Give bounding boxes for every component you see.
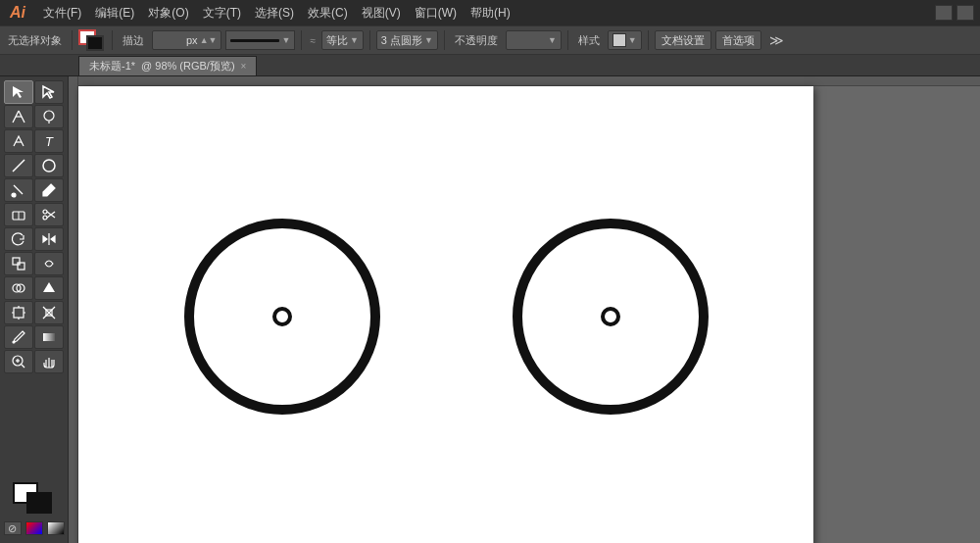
tool-row-10 bbox=[2, 301, 66, 324]
right-outer-circle[interactable] bbox=[513, 219, 709, 415]
svg-point-33 bbox=[13, 341, 15, 343]
opacity-input[interactable]: 100% bbox=[511, 34, 546, 46]
left-circle-group bbox=[184, 219, 380, 415]
rotate-tool[interactable] bbox=[4, 227, 33, 251]
live-paint-tool[interactable] bbox=[34, 276, 64, 300]
style-dropdown-icon[interactable]: ▼ bbox=[628, 35, 637, 45]
menu-view[interactable]: 视图(V) bbox=[356, 3, 407, 24]
eraser-tool[interactable] bbox=[4, 203, 33, 226]
lasso-tool[interactable] bbox=[34, 105, 64, 128]
left-outer-circle[interactable] bbox=[184, 219, 380, 415]
stroke-swatch[interactable] bbox=[26, 492, 52, 514]
svg-point-9 bbox=[12, 193, 16, 197]
point-dropdown-icon[interactable]: ▼ bbox=[424, 35, 433, 45]
tool-row-2 bbox=[2, 105, 66, 128]
aspect-ratio-control[interactable]: 等比 ▼ bbox=[321, 30, 364, 50]
menu-type[interactable]: 文字(T) bbox=[197, 3, 247, 24]
eyedropper-tool[interactable] bbox=[4, 325, 33, 349]
horizontal-ruler bbox=[69, 76, 980, 86]
preferences-icon[interactable]: ≫ bbox=[769, 32, 784, 48]
tool-row-4 bbox=[2, 154, 66, 177]
menu-object[interactable]: 对象(O) bbox=[142, 3, 194, 24]
stroke-stepper-icon[interactable]: ▲▼ bbox=[200, 35, 218, 45]
opacity-dropdown-icon[interactable]: ▼ bbox=[548, 35, 557, 45]
svg-rect-25 bbox=[14, 308, 24, 318]
artboard-content bbox=[78, 86, 813, 543]
select-tool[interactable] bbox=[4, 80, 33, 104]
tool-row-8 bbox=[2, 252, 66, 275]
tab-close-button[interactable]: × bbox=[241, 61, 247, 72]
point-type-control[interactable]: 3 点圆形 ▼ bbox=[376, 30, 438, 50]
tool-row-6 bbox=[2, 203, 66, 226]
point-type-label: 3 点圆形 bbox=[381, 33, 422, 48]
svg-point-8 bbox=[43, 160, 55, 172]
title-bar: Ai 文件(F) 编辑(E) 对象(O) 文字(T) 选择(S) 效果(C) 视… bbox=[0, 0, 980, 25]
stroke-style-control[interactable]: ▼ bbox=[225, 30, 295, 50]
reflect-tool[interactable] bbox=[34, 227, 64, 251]
artboard-tool[interactable] bbox=[4, 301, 33, 324]
shape-builder-tool[interactable] bbox=[4, 276, 33, 300]
stroke-unit-label: px bbox=[186, 34, 198, 46]
pen-tool[interactable] bbox=[4, 129, 33, 153]
magic-wand-tool[interactable] bbox=[4, 105, 33, 128]
warp-tool[interactable] bbox=[34, 252, 64, 275]
preferences-button[interactable]: 首选项 bbox=[715, 30, 761, 50]
svg-marker-24 bbox=[43, 282, 55, 292]
menu-select[interactable]: 选择(S) bbox=[249, 3, 300, 24]
menu-effect[interactable]: 效果(C) bbox=[302, 3, 354, 24]
window-min-button[interactable] bbox=[935, 5, 953, 21]
canvas-area bbox=[69, 76, 980, 543]
tool-row-9 bbox=[2, 276, 66, 300]
ellipse-tool[interactable] bbox=[34, 154, 64, 177]
stroke-width-input[interactable]: 10 bbox=[157, 34, 184, 46]
svg-line-7 bbox=[13, 160, 24, 172]
menu-window[interactable]: 窗口(W) bbox=[409, 3, 463, 24]
options-toolbar: 无选择对象 描边 10 px ▲▼ ▼ ≈ 等比 ▼ 3 点圆形 ▼ 不透明度 … bbox=[0, 25, 980, 55]
menu-edit[interactable]: 编辑(E) bbox=[89, 3, 140, 24]
opacity-control[interactable]: 100% ▼ bbox=[506, 30, 562, 50]
line-tool[interactable] bbox=[4, 154, 33, 177]
document-tab[interactable]: 未标题-1* @ 98% (RGB/预览) × bbox=[78, 56, 257, 75]
svg-point-13 bbox=[43, 210, 47, 214]
direct-select-tool[interactable] bbox=[34, 80, 64, 104]
left-inner-circle bbox=[272, 307, 292, 326]
fill-stroke-indicator[interactable] bbox=[13, 482, 56, 518]
scissors-tool[interactable] bbox=[34, 203, 64, 226]
stroke-width-control[interactable]: 10 px ▲▼ bbox=[152, 30, 221, 50]
svg-rect-21 bbox=[18, 263, 24, 270]
menu-help[interactable]: 帮助(H) bbox=[465, 3, 516, 24]
right-circle-group bbox=[513, 219, 709, 415]
color-indicator[interactable] bbox=[25, 521, 43, 535]
tool-row-1 bbox=[2, 80, 66, 104]
style-label: 样式 bbox=[574, 33, 604, 48]
main-area: T bbox=[0, 76, 980, 543]
hand-tool[interactable] bbox=[34, 350, 64, 373]
type-tool[interactable]: T bbox=[34, 129, 64, 153]
aspect-ratio-icon: ≈ bbox=[308, 35, 318, 46]
paintbrush-tool[interactable] bbox=[4, 178, 33, 202]
pencil-tool[interactable] bbox=[34, 178, 64, 202]
tool-row-7 bbox=[2, 227, 66, 251]
artboard bbox=[78, 86, 813, 543]
none-indicator[interactable]: ⊘ bbox=[4, 521, 22, 535]
scale-tool[interactable] bbox=[4, 252, 33, 275]
svg-rect-34 bbox=[43, 333, 55, 341]
tool-row-11 bbox=[2, 325, 66, 349]
slice-tool[interactable] bbox=[34, 301, 64, 324]
stroke-label: 描边 bbox=[119, 33, 148, 48]
opacity-label: 不透明度 bbox=[451, 33, 502, 48]
gradient-tool[interactable] bbox=[34, 325, 64, 349]
window-max-button[interactable] bbox=[956, 5, 974, 21]
svg-marker-10 bbox=[43, 184, 55, 196]
doc-settings-button[interactable]: 文档设置 bbox=[655, 30, 711, 50]
gradient-indicator[interactable] bbox=[47, 521, 65, 535]
style-control[interactable]: ▼ bbox=[608, 30, 642, 50]
svg-marker-1 bbox=[43, 86, 54, 98]
svg-point-14 bbox=[43, 216, 47, 220]
menu-file[interactable]: 文件(F) bbox=[37, 3, 87, 24]
aspect-dropdown-icon[interactable]: ▼ bbox=[350, 35, 359, 45]
zoom-tool[interactable] bbox=[4, 350, 33, 373]
stroke-dropdown-icon[interactable]: ▼ bbox=[281, 35, 290, 45]
vertical-ruler bbox=[69, 76, 78, 543]
fill-color-indicator[interactable] bbox=[78, 29, 106, 51]
